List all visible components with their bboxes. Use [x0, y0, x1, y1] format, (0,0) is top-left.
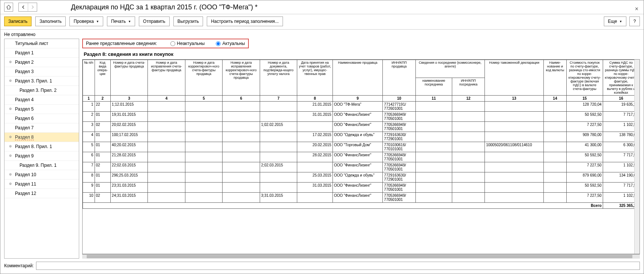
- colnum: 1: [83, 96, 95, 102]
- th-c7: Номер и дата документа, подтвержда-ющего…: [260, 60, 297, 96]
- section-title: Раздел 8: сведения из книги покупок: [82, 50, 640, 59]
- sidebar-item-6[interactable]: Раздел 4: [5, 95, 79, 105]
- sidebar-item-label: Раздел 12: [15, 191, 36, 196]
- footer-label: Всего: [83, 203, 603, 209]
- help-button[interactable]: ?: [629, 16, 640, 26]
- th-c15: Стоимость покупок по счету-фактуре, разн…: [566, 60, 603, 96]
- colnum: 9: [333, 96, 382, 102]
- comment-label: Комментарий:: [4, 263, 34, 268]
- expand-icon: ⊕: [9, 144, 12, 148]
- sidebar-item-label: Раздел 2: [15, 60, 34, 65]
- radio-actual[interactable]: Актуальны: [216, 41, 245, 46]
- comment-row: Комментарий:: [4, 262, 640, 270]
- th-c8: Дата принятия на учет товаров (работ, ус…: [297, 60, 333, 96]
- table-row[interactable]: 100224;31.03.20153;31.03.2015ООО "Финанс…: [83, 193, 639, 203]
- sidebar-item-7[interactable]: ⊕Раздел 5: [5, 105, 79, 114]
- colnum: 13: [485, 96, 544, 102]
- status-text: Не отправлено: [0, 30, 644, 39]
- sidebar-item-label: Раздел 4: [15, 97, 34, 102]
- sidebar-item-label: Раздел 9: [15, 153, 34, 159]
- sidebar-item-label: Раздел 9. Прил. 1: [20, 163, 57, 168]
- radio-not-actual[interactable]: Неактуальны: [170, 41, 205, 46]
- sidebar-item-4[interactable]: ⊕Раздел 3. Прил. 1: [5, 76, 79, 86]
- colnum: 15: [566, 96, 603, 102]
- nav-buttons: [4, 3, 37, 12]
- sidebar-item-label: Титульный лист: [15, 41, 48, 46]
- table-container: № п/п Код вида опера-ции Номер и дата сч…: [82, 59, 640, 254]
- home-icon: [6, 4, 11, 10]
- chevron-down-icon: ▼: [619, 20, 622, 23]
- sidebar-item-3[interactable]: Раздел 3: [5, 67, 79, 76]
- horizontal-scrollbar[interactable]: [82, 254, 640, 259]
- vertical-scrollbar[interactable]: [634, 60, 639, 254]
- colnum: 11: [415, 96, 452, 102]
- sidebar-item-5[interactable]: Раздел 3. Прил. 2: [5, 86, 79, 95]
- th-c4: Номер и дата исправления счета-фактуры п…: [148, 60, 185, 96]
- comment-input[interactable]: [36, 262, 640, 270]
- check-button[interactable]: Проверка▼: [69, 16, 103, 26]
- sidebar-item-10[interactable]: ⊕Раздел 8: [5, 133, 79, 142]
- sidebar-item-0[interactable]: Титульный лист: [5, 39, 79, 48]
- table-row[interactable]: 60121;28.02.201528.02.2015ООО "ФинансЛиз…: [83, 152, 639, 162]
- close-icon[interactable]: ×: [635, 6, 638, 12]
- sidebar-item-2[interactable]: ⊕Раздел 2: [5, 58, 79, 67]
- th-sf: Номер и дата счета-фактуры продавца: [110, 60, 147, 96]
- sidebar-item-label: Раздел 3: [15, 69, 34, 74]
- expand-icon: ⊕: [9, 172, 12, 176]
- print-button[interactable]: Печать▼: [107, 16, 135, 26]
- th-num: № п/п: [83, 60, 95, 96]
- th-agent: Сведения о посреднике (комиссионере, аге…: [415, 60, 485, 78]
- period-button[interactable]: Настроить период заполнения...: [207, 16, 283, 26]
- save-button[interactable]: Записать: [4, 16, 32, 26]
- sidebar-item-8[interactable]: Раздел 6: [5, 114, 79, 123]
- export-button[interactable]: Выгрузить: [173, 16, 203, 26]
- th-c14: Наиме-нование и код валюты: [544, 60, 567, 96]
- th-c12: ИНН/КПП посредника: [452, 78, 485, 96]
- sidebar-item-15[interactable]: ⊕Раздел 11: [5, 180, 79, 189]
- sidebar-item-label: Раздел 3. Прил. 2: [20, 88, 57, 93]
- table-row[interactable]: 50140;20.02.201520.02.2015ООО "Торговый …: [83, 142, 639, 152]
- expand-icon: ⊕: [9, 107, 12, 111]
- back-button[interactable]: [19, 3, 28, 11]
- radio-label: Ранее представленные сведения:: [86, 41, 157, 46]
- sidebar-item-12[interactable]: ⊕Раздел 9: [5, 151, 79, 161]
- table-row[interactable]: 30220;02.02.20151;02.02.2015ООО "ФинансЛ…: [83, 122, 639, 132]
- expand-icon: ⊕: [9, 154, 12, 157]
- forward-button[interactable]: [28, 3, 37, 11]
- colnum: 5: [185, 96, 222, 102]
- sidebar-item-13[interactable]: Раздел 9. Прил. 1: [5, 161, 79, 170]
- more-button[interactable]: Еще▼: [604, 16, 626, 26]
- th-code: Код вида опера-ции: [95, 60, 110, 96]
- sidebar-item-label: Раздел 8: [15, 135, 34, 140]
- sidebar-item-11[interactable]: ⊕Раздел 8. Прил. 1: [5, 142, 79, 151]
- table-row[interactable]: 401100;17.02.201517.02.2015ООО "Одежда и…: [83, 132, 639, 142]
- sidebar-item-9[interactable]: Раздел 7: [5, 123, 79, 133]
- table-row[interactable]: 20119;31.01.201531.01.2015ООО "ФинансЛиз…: [83, 112, 639, 122]
- sidebar-item-14[interactable]: ⊕Раздел 10: [5, 170, 79, 180]
- send-button[interactable]: Отправить: [139, 16, 170, 26]
- sidebar-item-label: Раздел 6: [15, 116, 34, 121]
- page-title: Декларация по НДС за 1 квартал 2015 г. (…: [37, 3, 257, 11]
- table-row[interactable]: 90123;31.03.201531.03.2015ООО "ФинансЛиз…: [83, 183, 639, 193]
- topbar: Декларация по НДС за 1 квартал 2015 г. (…: [0, 0, 644, 14]
- table-row[interactable]: 801296;25.03.201525.03.2015ООО "Одежда и…: [83, 172, 639, 183]
- colnum: 12: [452, 96, 485, 102]
- table-row[interactable]: 70222;02.03.20152;02.03.2015ООО "ФинансЛ…: [83, 162, 639, 172]
- th-c9: Наименование продавца: [333, 60, 382, 96]
- expand-icon: ⊕: [9, 60, 12, 64]
- expand-icon: ⊕: [9, 135, 12, 139]
- table-row[interactable]: 1221;12.01.201521.01.2015ООО "ТФ-Мега"77…: [83, 102, 639, 112]
- th-c10: ИНН/КПП продавца: [383, 60, 415, 96]
- nav-back-forward: [18, 3, 37, 12]
- actuality-radio-group: Ранее представленные сведения: Неактуаль…: [82, 39, 249, 48]
- colnum: 2: [95, 96, 110, 102]
- expand-icon: ⊕: [9, 79, 12, 82]
- fill-button[interactable]: Заполнить: [35, 16, 66, 26]
- sidebar-item-label: Раздел 5: [15, 106, 34, 112]
- sidebar-item-label: Раздел 1: [15, 50, 34, 55]
- sidebar-item-16[interactable]: Раздел 12: [5, 189, 79, 198]
- th-c16: Сумма НДС по счету-фактуре, разница сумм…: [603, 60, 639, 96]
- sidebar-item-1[interactable]: Раздел 1: [5, 48, 79, 58]
- sidebar-item-label: Раздел 11: [15, 181, 36, 187]
- home-button[interactable]: [4, 3, 13, 12]
